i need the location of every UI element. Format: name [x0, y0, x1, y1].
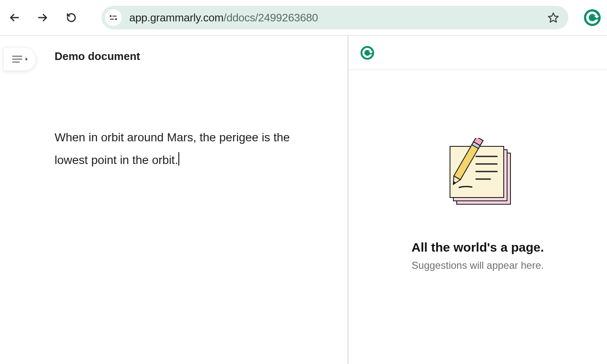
svg-point-4 [115, 18, 117, 20]
suggestions-panel: All the world's a page. Suggestions will… [348, 36, 607, 364]
chevron-right-icon [26, 57, 28, 61]
editor-pane: Demo document When in orbit around Mars,… [0, 36, 348, 364]
text-cursor [178, 152, 179, 166]
svg-rect-5 [110, 19, 114, 20]
site-settings-icon[interactable] [105, 9, 122, 26]
bookmark-star-icon[interactable] [545, 9, 562, 26]
svg-rect-3 [113, 16, 117, 16]
reload-button[interactable] [61, 8, 81, 28]
url-host: app.grammarly.com [129, 11, 223, 24]
suggestions-empty-state: All the world's a page. Suggestions will… [348, 70, 607, 364]
empty-state-illustration [436, 138, 520, 213]
document-title[interactable]: Demo document [55, 50, 140, 63]
document-body-editor[interactable]: When in orbit around Mars, the perigee i… [55, 126, 297, 172]
menu-toggle-button[interactable] [3, 47, 36, 71]
url-text: app.grammarly.com/ddocs/2499263680 [129, 11, 318, 24]
empty-state-title: All the world's a page. [411, 240, 544, 255]
grammarly-extension-icon[interactable] [583, 9, 601, 26]
forward-button[interactable] [33, 8, 53, 28]
svg-point-2 [110, 15, 111, 17]
address-bar[interactable]: app.grammarly.com/ddocs/2499263680 [102, 6, 568, 29]
main-content: Demo document When in orbit around Mars,… [0, 36, 607, 364]
suggestions-panel-header [348, 36, 607, 70]
url-path: /ddocs/2499263680 [223, 11, 318, 24]
grammarly-logo-icon [360, 46, 374, 60]
document-body-text: When in orbit around Mars, the perigee i… [55, 131, 290, 166]
svg-marker-6 [548, 13, 558, 22]
browser-toolbar: app.grammarly.com/ddocs/2499263680 [0, 0, 607, 36]
empty-state-subtitle: Suggestions will appear here. [412, 260, 544, 271]
back-button[interactable] [4, 8, 24, 28]
